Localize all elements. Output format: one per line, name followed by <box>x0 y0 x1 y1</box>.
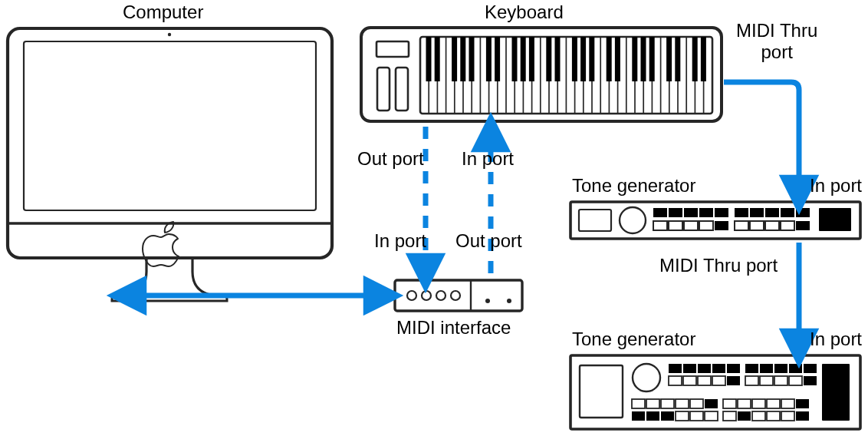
svg-rect-93 <box>750 221 764 230</box>
svg-rect-49 <box>512 37 518 81</box>
svg-rect-51 <box>529 37 534 81</box>
svg-point-70 <box>436 291 446 300</box>
svg-rect-5 <box>376 41 409 57</box>
svg-rect-119 <box>789 376 802 385</box>
svg-rect-2 <box>24 41 316 210</box>
svg-rect-142 <box>767 411 780 421</box>
svg-rect-64 <box>692 37 698 81</box>
svg-point-71 <box>451 291 460 300</box>
svg-rect-53 <box>555 37 561 81</box>
svg-rect-115 <box>727 376 740 385</box>
interface-out-port-label: Out port <box>455 230 522 252</box>
svg-point-76 <box>620 207 646 233</box>
svg-rect-117 <box>760 376 773 385</box>
svg-rect-99 <box>580 365 623 418</box>
svg-rect-105 <box>727 364 740 373</box>
svg-rect-126 <box>705 399 718 408</box>
svg-rect-120 <box>804 376 817 385</box>
svg-rect-42 <box>426 37 432 81</box>
svg-rect-125 <box>690 399 703 408</box>
svg-rect-131 <box>781 399 794 408</box>
svg-rect-75 <box>579 210 611 231</box>
svg-rect-96 <box>796 221 810 230</box>
svg-rect-130 <box>767 399 780 408</box>
svg-rect-141 <box>752 411 765 421</box>
svg-rect-140 <box>738 411 751 421</box>
svg-rect-116 <box>745 376 758 385</box>
svg-rect-123 <box>661 399 674 408</box>
svg-rect-132 <box>796 399 809 408</box>
svg-point-73 <box>507 299 511 303</box>
svg-rect-4 <box>361 28 722 121</box>
svg-rect-102 <box>683 364 696 373</box>
midi-interface-label: MIDI interface <box>396 317 511 339</box>
svg-rect-129 <box>752 399 765 408</box>
svg-rect-83 <box>750 208 764 217</box>
midi-thru-port-label-1: MIDI Thru port <box>736 20 817 62</box>
svg-rect-144 <box>796 411 809 421</box>
svg-rect-79 <box>684 208 698 217</box>
svg-rect-128 <box>738 399 751 408</box>
svg-rect-111 <box>669 376 682 385</box>
svg-rect-127 <box>723 399 736 408</box>
svg-point-69 <box>422 291 431 300</box>
svg-rect-95 <box>781 221 794 230</box>
svg-rect-59 <box>632 37 637 81</box>
keyboard-label: Keyboard <box>485 2 564 23</box>
tone-generator-1-label: Tone generator <box>572 175 695 197</box>
svg-point-3 <box>168 33 171 36</box>
svg-rect-78 <box>669 208 682 217</box>
svg-rect-89 <box>684 221 698 230</box>
svg-rect-74 <box>570 202 860 239</box>
svg-rect-56 <box>589 37 594 81</box>
svg-rect-109 <box>789 364 802 373</box>
svg-rect-139 <box>723 411 736 421</box>
svg-rect-81 <box>715 208 728 217</box>
svg-rect-82 <box>735 208 748 217</box>
svg-rect-135 <box>661 411 674 421</box>
svg-point-100 <box>633 364 660 391</box>
midi-interface-icon <box>395 280 522 311</box>
midi-thru-port-label-2: MIDI Thru port <box>659 255 778 276</box>
svg-rect-60 <box>641 37 646 81</box>
keyboard-in-port-label: In port <box>462 148 514 170</box>
svg-rect-103 <box>698 364 711 373</box>
svg-rect-90 <box>699 221 713 230</box>
midi-signal-flow-diagram <box>0 0 868 436</box>
svg-rect-104 <box>712 364 725 373</box>
svg-rect-98 <box>570 355 860 429</box>
svg-rect-55 <box>580 37 586 81</box>
svg-rect-85 <box>781 208 794 217</box>
svg-rect-8 <box>420 37 712 114</box>
svg-rect-94 <box>765 221 779 230</box>
computer-icon <box>8 28 332 301</box>
svg-rect-92 <box>735 221 748 230</box>
svg-point-68 <box>407 291 416 300</box>
svg-rect-143 <box>781 411 794 421</box>
svg-rect-6 <box>377 68 390 111</box>
svg-rect-136 <box>676 411 689 421</box>
interface-in-port-label: In port <box>374 230 426 252</box>
svg-rect-101 <box>669 364 682 373</box>
svg-rect-133 <box>632 411 645 421</box>
svg-rect-54 <box>572 37 577 81</box>
svg-rect-145 <box>822 364 850 421</box>
svg-rect-121 <box>632 399 645 408</box>
svg-rect-87 <box>653 221 667 230</box>
tone-generator-2-in-port-label: In port <box>810 329 862 350</box>
svg-rect-58 <box>615 37 620 81</box>
svg-rect-91 <box>715 221 728 230</box>
svg-rect-112 <box>683 376 696 385</box>
svg-rect-65 <box>701 37 706 81</box>
svg-rect-106 <box>745 364 758 373</box>
svg-rect-137 <box>690 411 703 421</box>
svg-rect-86 <box>796 208 810 217</box>
svg-rect-44 <box>452 37 457 81</box>
svg-rect-43 <box>435 37 440 81</box>
svg-rect-84 <box>765 208 779 217</box>
keyboard-out-port-label: Out port <box>357 148 424 170</box>
svg-rect-57 <box>607 37 612 81</box>
svg-rect-134 <box>646 411 659 421</box>
svg-point-72 <box>485 299 490 303</box>
svg-rect-113 <box>698 376 711 385</box>
